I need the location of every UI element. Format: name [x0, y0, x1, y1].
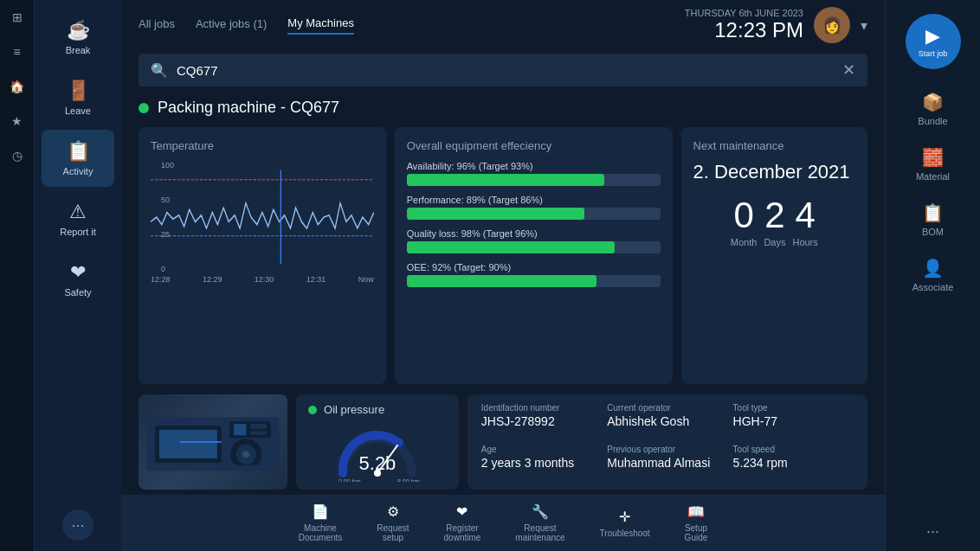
countdown-months-value: 0	[733, 197, 753, 234]
associate-icon: 👤	[922, 258, 944, 279]
svg-rect-9	[159, 430, 217, 458]
oee-label-performance: Performance: 89% (Target 86%)	[407, 195, 661, 205]
info-age: Age 2 years 3 months	[481, 445, 602, 481]
grid-icon[interactable]: ⊞	[7, 7, 28, 28]
countdown-hours: 4 Hours	[792, 197, 817, 247]
info-label-id: Identifaction number	[481, 403, 602, 413]
bottom-action-bar: 📄 MachineDocuments ⚙ Requestsetup ❤ Regi…	[121, 495, 885, 551]
svg-rect-14	[234, 424, 246, 435]
oil-title: Oil pressure	[324, 403, 384, 416]
chevron-down-icon[interactable]: ▾	[861, 17, 867, 34]
sidebar-label-break: Break	[66, 45, 91, 55]
search-input[interactable]	[177, 63, 842, 78]
chart-x-labels: 12:28 12:29 12:30 12:31 Now	[151, 275, 374, 284]
oee-label-oee: OEE: 92% (Target: 90%)	[407, 262, 661, 272]
info-value-tool-speed: 5.234 rpm	[733, 456, 854, 470]
report-icon: ⚠	[69, 201, 87, 223]
right-panel-bundle[interactable]: 📦 Bundle	[894, 83, 972, 135]
machine-image-card	[139, 394, 287, 490]
tab-bar: All jobs Active jobs (1) My Machines	[139, 16, 354, 35]
register-downtime-icon: ❤	[456, 503, 467, 520]
svg-point-12	[242, 452, 249, 458]
sidebar-item-report-it[interactable]: ⚠ Report it	[42, 190, 114, 247]
machine-image	[139, 394, 287, 490]
request-setup-icon: ⚙	[387, 503, 399, 520]
machine-title-bar: Packing machine - CQ677	[121, 93, 885, 122]
oee-row-quality: Quality loss: 98% (Target 96%)	[407, 228, 661, 253]
bottom-action-request-setup[interactable]: ⚙ Requestsetup	[377, 503, 409, 542]
temperature-card: Temperature 1	[139, 127, 386, 384]
countdown-hours-value: 4	[795, 197, 815, 234]
tab-my-machines[interactable]: My Machines	[287, 16, 354, 35]
tab-all-jobs[interactable]: All jobs	[139, 17, 175, 34]
oee-bar-performance	[407, 208, 661, 220]
x-label-3: 12:30	[255, 275, 274, 284]
info-identification: Identifaction number JHSJ-278992	[481, 403, 602, 439]
start-job-label: Start job	[919, 49, 948, 58]
svg-rect-17	[155, 465, 271, 471]
info-tool-speed: Tool speed 5.234 rpm	[733, 445, 854, 481]
bottom-action-register-downtime[interactable]: ❤ Registerdowntime	[444, 503, 481, 542]
oee-bar-quality	[407, 241, 661, 253]
info-tool-type: Tool type HGH-77	[733, 403, 854, 439]
temperature-chart: 10050250	[151, 161, 374, 273]
avatar[interactable]: 👩	[814, 7, 850, 43]
info-value-tool-type: HGH-77	[733, 414, 854, 428]
rp-label-bundle: Bundle	[918, 116, 947, 126]
sidebar-item-safety[interactable]: ❤ Safety	[42, 251, 114, 308]
right-panel-associate[interactable]: 👤 Associate	[894, 249, 972, 301]
datetime: THURSDAY 6th JUNE 2023 12:23 PM	[685, 8, 803, 42]
right-panel-material[interactable]: 🧱 Material	[894, 138, 972, 190]
svg-text:8.00 bar: 8.00 bar	[397, 478, 420, 482]
oee-card: Overall equipment effeciency Availabilit…	[395, 127, 673, 384]
bottom-action-machine-documents[interactable]: 📄 MachineDocuments	[299, 503, 343, 542]
sidebar-more-button[interactable]: ···	[62, 509, 93, 541]
info-value-id: JHSJ-278992	[481, 414, 602, 428]
info-label-prev-op: Previous operator	[607, 445, 727, 454]
sidebar-label-report-it: Report it	[60, 227, 96, 237]
oee-bar-oee	[407, 275, 661, 287]
oil-gauge: 0.00 bar 8.00 bar 5.2b	[308, 421, 447, 482]
countdown-days-label: Days	[764, 237, 785, 247]
sidebar-item-break[interactable]: ☕ Break	[42, 9, 114, 66]
maintenance-card-title: Next maintenance	[693, 139, 855, 152]
home-icon[interactable]: 🏠	[7, 76, 28, 97]
app-rail: ⊞ ≡ 🏠 ★ ◷	[0, 0, 35, 551]
sidebar-item-activity[interactable]: 📋 Activity	[42, 130, 114, 187]
bottom-label-register-downtime: Registerdowntime	[444, 523, 481, 542]
safety-icon: ❤	[70, 261, 86, 284]
bottom-action-request-maintenance[interactable]: 🔧 Requestmaintenance	[515, 503, 564, 542]
sidebar-item-leave[interactable]: 🚪 Leave	[42, 69, 114, 126]
start-job-button[interactable]: ▶ Start job	[906, 14, 961, 69]
x-label-1: 12:28	[151, 275, 171, 284]
countdown-hours-label: Hours	[792, 237, 817, 247]
svg-text:0.00 bar: 0.00 bar	[338, 478, 361, 482]
bottom-action-troubleshoot[interactable]: ✛ Troubleshoot	[600, 509, 650, 538]
rp-label-associate: Associate	[912, 282, 954, 292]
maintenance-card: Next maintenance 2. December 2021 0 Mont…	[681, 127, 867, 384]
oil-pressure-value: 5.2b	[359, 452, 397, 475]
search-bar: 🔍 ✕	[139, 54, 867, 86]
temperature-card-title: Temperature	[151, 139, 374, 152]
rp-label-bom: BOM	[922, 227, 944, 237]
leave-icon: 🚪	[67, 80, 90, 102]
date-display: THURSDAY 6th JUNE 2023	[685, 8, 803, 18]
recent-icon[interactable]: ◷	[7, 145, 28, 166]
tab-active-jobs[interactable]: Active jobs (1)	[196, 17, 267, 34]
main-content: All jobs Active jobs (1) My Machines THU…	[121, 0, 885, 551]
right-panel: ▶ Start job 📦 Bundle 🧱 Material 📋 BOM 👤 …	[885, 0, 980, 551]
sidebar: ☕ Break 🚪 Leave 📋 Activity ⚠ Report it ❤…	[35, 0, 121, 551]
play-icon: ▶	[925, 25, 940, 48]
request-maintenance-icon: 🔧	[532, 503, 549, 520]
bottom-action-setup-guide[interactable]: 📖 SetupGuide	[685, 503, 708, 542]
bom-icon: 📋	[922, 202, 944, 223]
info-previous-operator: Previous operator Muhammad Almasi	[607, 445, 727, 481]
info-label-tool-type: Tool type	[733, 403, 854, 413]
menu-icon[interactable]: ≡	[7, 42, 28, 62]
right-panel-bom[interactable]: 📋 BOM	[894, 194, 972, 246]
star-icon[interactable]: ★	[7, 111, 28, 131]
oil-pressure-card: Oil pressure 0.00 bar 8.00 bar 5.2b	[296, 394, 459, 490]
status-dot	[139, 103, 149, 113]
close-icon[interactable]: ✕	[842, 61, 855, 80]
right-panel-more-button[interactable]: ···	[926, 522, 939, 541]
